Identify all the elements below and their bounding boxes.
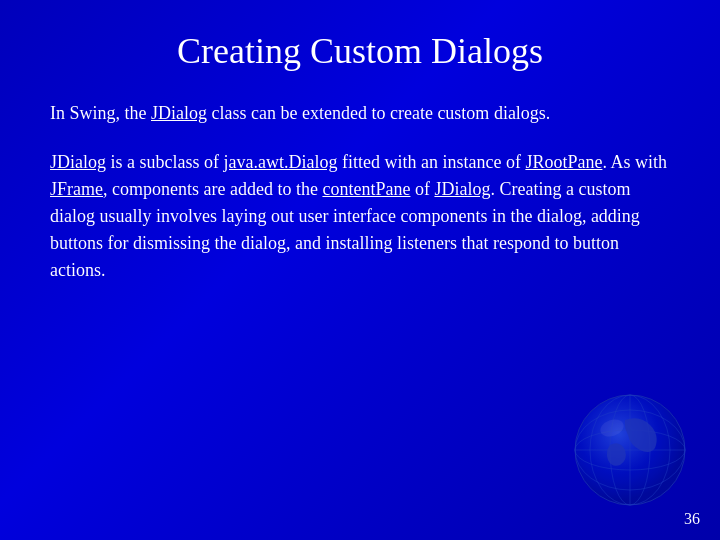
contentpane-link: contentPane: [322, 179, 410, 199]
jdialog-link-3: JDialog: [434, 179, 490, 199]
slide-content: In Swing, the JDialog class can be exten…: [50, 100, 670, 284]
paragraph-1-text-before: In Swing, the: [50, 103, 151, 123]
slide-title: Creating Custom Dialogs: [50, 30, 670, 72]
jframe-link: JFrame: [50, 179, 103, 199]
globe-decoration: [570, 390, 690, 510]
paragraph-1: In Swing, the JDialog class can be exten…: [50, 100, 670, 127]
p2-text-5: of: [410, 179, 434, 199]
p2-text-3: . As with: [602, 152, 667, 172]
jdialog-link-2: JDialog: [50, 152, 106, 172]
p2-text-4: , components are added to the: [103, 179, 322, 199]
p2-text-1: is a subclass of: [106, 152, 223, 172]
p2-text-2: fitted with an instance of: [337, 152, 525, 172]
java-awt-dialog-link: java.awt.Dialog: [223, 152, 337, 172]
paragraph-1-text-after: class can be extended to create custom d…: [207, 103, 550, 123]
paragraph-2: JDialog is a subclass of java.awt.Dialog…: [50, 149, 670, 284]
slide: Creating Custom Dialogs In Swing, the JD…: [0, 0, 720, 540]
jrootpane-link: JRootPane: [525, 152, 602, 172]
jdialog-link-1: JDialog: [151, 103, 207, 123]
page-number: 36: [684, 510, 700, 528]
